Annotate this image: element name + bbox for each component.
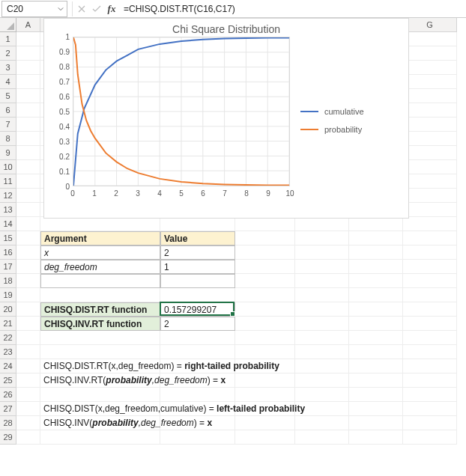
cell-E18[interactable] xyxy=(295,274,349,288)
enter-button[interactable] xyxy=(89,1,104,16)
cell-E16[interactable] xyxy=(295,245,349,260)
cell-G22[interactable] xyxy=(403,331,457,345)
cell-F22[interactable] xyxy=(349,331,403,345)
cell-G27[interactable] xyxy=(403,402,457,416)
cell-E26[interactable] xyxy=(295,388,349,402)
cell-D21[interactable] xyxy=(235,317,295,331)
cell-F15[interactable] xyxy=(349,231,403,245)
row-header-21[interactable]: 21 xyxy=(0,317,16,331)
formula-input[interactable]: =CHISQ.DIST.RT(C16,C17) xyxy=(119,1,466,17)
cell-G2[interactable] xyxy=(403,46,457,61)
cell-E17[interactable] xyxy=(295,260,349,274)
cell-C23[interactable] xyxy=(160,345,235,359)
cell-A20[interactable] xyxy=(16,302,40,317)
row-header-8[interactable]: 8 xyxy=(0,132,16,146)
cell-G16[interactable] xyxy=(403,245,457,260)
cell-D22[interactable] xyxy=(235,331,295,345)
cell-G4[interactable] xyxy=(403,75,457,89)
cell-C18[interactable] xyxy=(160,274,235,288)
cell-A26[interactable] xyxy=(16,388,40,402)
cell-A27[interactable] xyxy=(16,402,40,416)
row-header-29[interactable]: 29 xyxy=(0,430,16,445)
cell-G12[interactable] xyxy=(403,189,457,203)
cell-F14[interactable] xyxy=(349,217,403,231)
row-header-2[interactable]: 2 xyxy=(0,46,16,61)
cell-D14[interactable] xyxy=(235,217,295,231)
cell-A13[interactable] xyxy=(16,203,40,217)
cell-G7[interactable] xyxy=(403,118,457,132)
cell-F19[interactable] xyxy=(349,288,403,302)
cell-B18[interactable] xyxy=(40,274,160,288)
cell-B20[interactable]: CHISQ.DIST.RT function xyxy=(40,302,160,317)
cell-F29[interactable] xyxy=(349,430,403,445)
cell-A24[interactable] xyxy=(16,359,40,373)
cell-G29[interactable] xyxy=(403,430,457,445)
cell-B29[interactable] xyxy=(40,430,160,445)
row-header-6[interactable]: 6 xyxy=(0,103,16,118)
cell-F21[interactable] xyxy=(349,317,403,331)
cell-F17[interactable] xyxy=(349,260,403,274)
cell-G24[interactable] xyxy=(403,359,457,373)
cell-G20[interactable] xyxy=(403,302,457,317)
cell-D18[interactable] xyxy=(235,274,295,288)
cell-D28[interactable] xyxy=(235,416,295,430)
cancel-button[interactable] xyxy=(74,1,89,16)
row-header-10[interactable]: 10 xyxy=(0,160,16,174)
cell-A4[interactable] xyxy=(16,75,40,89)
cell-A11[interactable] xyxy=(16,174,40,189)
cell-F20[interactable] xyxy=(349,302,403,317)
cell-D17[interactable] xyxy=(235,260,295,274)
cell-C15[interactable]: Value xyxy=(160,231,235,245)
cell-F16[interactable] xyxy=(349,245,403,260)
cell-G15[interactable] xyxy=(403,231,457,245)
cell-G1[interactable] xyxy=(403,32,457,46)
row-header-19[interactable]: 19 xyxy=(0,288,16,302)
cell-A23[interactable] xyxy=(16,345,40,359)
cell-G14[interactable] xyxy=(403,217,457,231)
row-header-12[interactable]: 12 xyxy=(0,189,16,203)
row-header-1[interactable]: 1 xyxy=(0,32,16,46)
cell-A22[interactable] xyxy=(16,331,40,345)
row-header-5[interactable]: 5 xyxy=(0,89,16,103)
cell-G13[interactable] xyxy=(403,203,457,217)
row-header-16[interactable]: 16 xyxy=(0,245,16,260)
row-header-13[interactable]: 13 xyxy=(0,203,16,217)
cell-E22[interactable] xyxy=(295,331,349,345)
cell-E21[interactable] xyxy=(295,317,349,331)
insert-function-button[interactable]: fx xyxy=(104,1,119,16)
cell-E25[interactable] xyxy=(295,373,349,388)
cell-A7[interactable] xyxy=(16,118,40,132)
cell-A2[interactable] xyxy=(16,46,40,61)
cell-D20[interactable] xyxy=(235,302,295,317)
cell-A1[interactable] xyxy=(16,32,40,46)
cell-G3[interactable] xyxy=(403,61,457,75)
cell-G8[interactable] xyxy=(403,132,457,146)
cell-E28[interactable] xyxy=(295,416,349,430)
cell-D25[interactable] xyxy=(235,373,295,388)
cell-G25[interactable] xyxy=(403,373,457,388)
row-header-3[interactable]: 3 xyxy=(0,61,16,75)
cell-B22[interactable] xyxy=(40,331,160,345)
row-header-9[interactable]: 9 xyxy=(0,146,16,160)
cell-D29[interactable] xyxy=(235,430,295,445)
cell-A5[interactable] xyxy=(16,89,40,103)
cell-B21[interactable]: CHISQ.INV.RT function xyxy=(40,317,160,331)
cell-B14[interactable] xyxy=(40,217,160,231)
cell-D16[interactable] xyxy=(235,245,295,260)
cell-B25[interactable]: CHISQ.INV.RT(probability,deg_freedom) = … xyxy=(40,373,160,388)
column-header-G[interactable]: G xyxy=(403,18,457,32)
cell-A18[interactable] xyxy=(16,274,40,288)
cell-E19[interactable] xyxy=(295,288,349,302)
cell-A12[interactable] xyxy=(16,189,40,203)
cell-F24[interactable] xyxy=(349,359,403,373)
cell-A3[interactable] xyxy=(16,61,40,75)
row-header-23[interactable]: 23 xyxy=(0,345,16,359)
row-header-15[interactable]: 15 xyxy=(0,231,16,245)
row-header-22[interactable]: 22 xyxy=(0,331,16,345)
cell-G23[interactable] xyxy=(403,345,457,359)
cell-C19[interactable] xyxy=(160,288,235,302)
cell-D26[interactable] xyxy=(235,388,295,402)
cell-G10[interactable] xyxy=(403,160,457,174)
cell-G19[interactable] xyxy=(403,288,457,302)
cell-B15[interactable]: Argument xyxy=(40,231,160,245)
